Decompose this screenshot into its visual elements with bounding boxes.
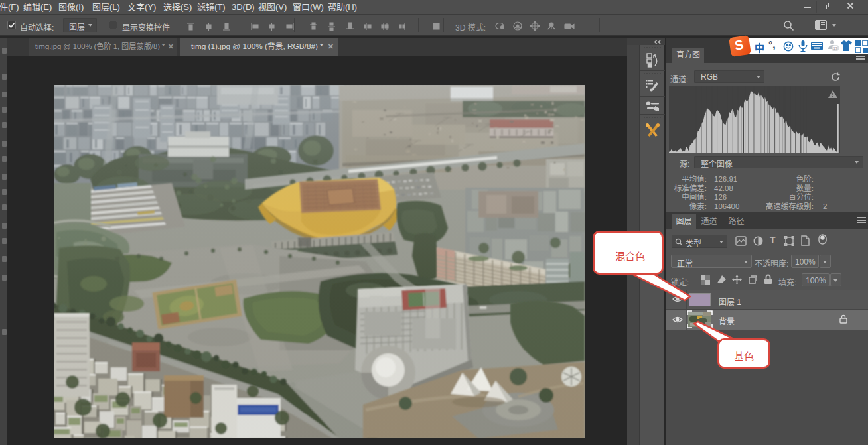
svg-text:13: 13 xyxy=(833,46,838,50)
